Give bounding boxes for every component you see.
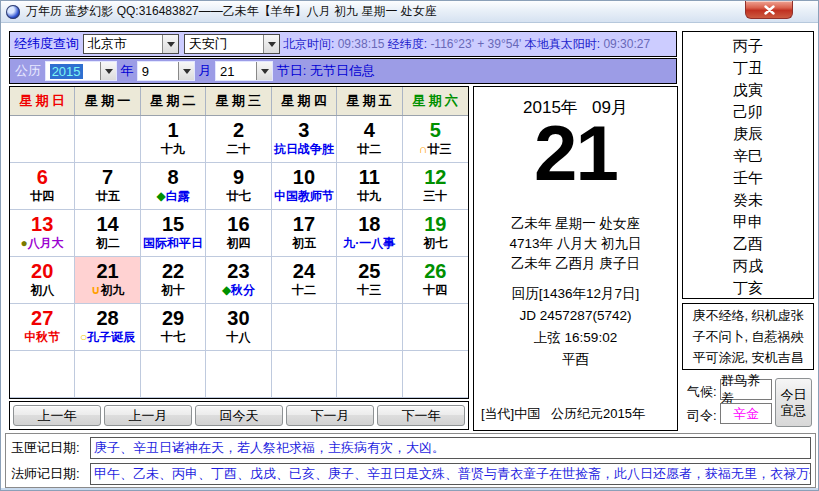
calendar-cell-day-14[interactable]: 14初二 xyxy=(75,210,140,257)
calendar-cell-day-18[interactable]: 18九·一八事 xyxy=(337,210,402,257)
app-icon xyxy=(6,5,20,19)
weekday-header-row: 星期日星期一星期二星期三星期四星期五星期六 xyxy=(10,87,468,116)
detail-hour-line: 平酉 xyxy=(474,349,677,371)
day-lunar-or-festival: 廿七 xyxy=(226,189,250,203)
calendar-cell-day-17[interactable]: 17初五 xyxy=(272,210,337,257)
moon-phase-icon: ∩ xyxy=(419,142,428,156)
calendar-cell-day-22[interactable]: 22初十 xyxy=(141,257,206,304)
day-lunar-or-festival: 中秋节 xyxy=(24,330,60,344)
taboo-poem-panel: 庚不经络, 织机虚张子不问卜, 自惹祸殃平可涂泥, 安机吉昌 xyxy=(682,303,814,370)
day-subtext: 十八 xyxy=(206,329,270,346)
day-lunar-or-festival: 初十 xyxy=(161,283,185,297)
weekday-header: 星期一 xyxy=(75,87,140,115)
detail-era-footer: [当代]中国 公历纪元2015年 xyxy=(481,405,645,423)
day-lunar-or-festival: 白露 xyxy=(166,189,190,203)
calendar-cell-day-6[interactable]: 6廿四 xyxy=(10,163,75,210)
today-yiji-button[interactable]: 今日 宜忌 xyxy=(775,378,812,427)
calendar-cell-day-1[interactable]: 1十九 xyxy=(141,116,206,163)
next-year-button[interactable]: 下一年 xyxy=(377,405,465,426)
calendar-cell-day-13[interactable]: 13●八月大 xyxy=(10,210,75,257)
weekday-header: 星期六 xyxy=(403,87,468,115)
day-lunar-or-festival: 初八 xyxy=(30,283,54,297)
calendar-cell-day-30[interactable]: 30十八 xyxy=(206,304,271,351)
today-button[interactable]: 回今天 xyxy=(195,405,283,426)
calendar-cell-empty xyxy=(403,304,468,351)
day-subtext: 廿二 xyxy=(337,141,401,158)
calendar-cell-day-15[interactable]: 15国际和平日 xyxy=(141,210,206,257)
day-subtext: 十二 xyxy=(272,282,336,299)
chevron-down-icon[interactable] xyxy=(178,62,194,80)
coords-label: 经纬度: xyxy=(384,36,430,53)
year-unit-label: 年 xyxy=(117,62,137,80)
window-title: 万年历 蓝梦幻影 QQ:316483827——乙未年【羊年】八月 初九 星期一 … xyxy=(26,3,437,20)
prev-year-button[interactable]: 上一年 xyxy=(13,405,101,426)
calendar-cell-day-23[interactable]: 23◆秋分 xyxy=(206,257,271,304)
chevron-down-icon[interactable] xyxy=(162,35,178,53)
yuxiaji-text: 庚子、辛丑日诸神在天，若人祭祀求福，主疾病有灾，大凶。 xyxy=(94,440,445,455)
city-select[interactable]: 北京市 xyxy=(83,34,179,54)
calendar-cell-day-19[interactable]: 19初七 xyxy=(403,210,468,257)
day-number: 18 xyxy=(337,213,401,235)
day-number: 2 xyxy=(206,119,270,141)
taboo-poem-line: 子不问卜, 自惹祸殃 xyxy=(683,326,813,347)
fashiji-label: 法师记日期: xyxy=(11,465,80,483)
calendar-cell-day-4[interactable]: 4廿二 xyxy=(337,116,402,163)
day-lunar-or-festival: 十三 xyxy=(357,283,381,297)
calendar-cell-day-7[interactable]: 7廿五 xyxy=(75,163,140,210)
detail-extra-lines: 回历[1436年12月7日] JD 2457287(5742) 上弦 16:59… xyxy=(474,283,677,371)
chevron-down-icon[interactable] xyxy=(100,62,116,80)
calendar-cell-day-21[interactable]: 21∪初九 xyxy=(75,257,140,304)
day-number: 17 xyxy=(272,213,336,235)
calendar-cell-empty xyxy=(75,116,140,163)
day-lunar-or-festival: 廿三 xyxy=(428,142,452,156)
day-subtext: 十四 xyxy=(403,282,468,299)
calendar-cell-day-5[interactable]: 5∩廿三 xyxy=(403,116,468,163)
prev-month-button[interactable]: 上一月 xyxy=(104,405,192,426)
date-select-toolbar: 公历 2015 年 9 月 21 节日: 无节日信息 xyxy=(9,58,677,84)
month-select[interactable]: 9 xyxy=(137,61,195,81)
siling-value-box: 辛金 xyxy=(720,403,772,424)
festival-info: 节日: 无节日信息 xyxy=(273,62,375,80)
calendar-cell-day-29[interactable]: 29十七 xyxy=(141,304,206,351)
chevron-down-icon[interactable] xyxy=(256,62,272,80)
day-lunar-or-festival: 二十 xyxy=(226,142,250,156)
calendar-cell-day-25[interactable]: 25十三 xyxy=(337,257,402,304)
calendar-cell-day-2[interactable]: 2二十 xyxy=(206,116,271,163)
calendar-panel: 星期日星期一星期二星期三星期四星期五星期六 1十九2二十3抗日战争胜4廿二5∩廿… xyxy=(9,86,469,399)
day-lunar-or-festival: 初四 xyxy=(226,236,250,250)
year-select[interactable]: 2015 xyxy=(45,61,117,81)
ganzhi-hour-item: 癸未 xyxy=(683,189,813,211)
moon-phase-icon: ∪ xyxy=(91,283,101,297)
day-lunar-or-festival: 廿九 xyxy=(357,189,381,203)
detail-jd-line: JD 2457287(5742) xyxy=(474,305,677,327)
day-subtext: ∪初九 xyxy=(75,282,139,299)
chevron-down-icon[interactable] xyxy=(263,35,279,53)
ganzhi-hour-item: 甲申 xyxy=(683,211,813,233)
day-subtext: 十九 xyxy=(141,141,205,158)
close-button[interactable] xyxy=(745,1,793,19)
day-subtext: ∩廿三 xyxy=(403,141,468,158)
place-select[interactable]: 天安门 xyxy=(184,34,280,54)
calendar-cell-day-11[interactable]: 11廿九 xyxy=(337,163,402,210)
calendar-cell-day-10[interactable]: 10中国教师节 xyxy=(272,163,337,210)
calendar-cell-day-20[interactable]: 20初八 xyxy=(10,257,75,304)
detail-day-number: 21 xyxy=(474,109,677,197)
day-subtext: 初五 xyxy=(272,235,336,252)
calendar-cell-empty xyxy=(272,351,337,398)
location-time-toolbar: 经纬度查询 北京市 天安门 北京时间: 09:38:15 经纬度: -116°2… xyxy=(9,31,677,57)
next-month-button[interactable]: 下一月 xyxy=(286,405,374,426)
calendar-cell-day-12[interactable]: 12三十 xyxy=(403,163,468,210)
calendar-cell-day-3[interactable]: 3抗日战争胜 xyxy=(272,116,337,163)
day-number: 6 xyxy=(10,166,74,188)
calendar-cell-day-16[interactable]: 16初四 xyxy=(206,210,271,257)
calendar-cell-day-27[interactable]: 27中秋节 xyxy=(10,304,75,351)
day-subtext: ○孔子诞辰 xyxy=(75,329,139,346)
day-select[interactable]: 21 xyxy=(215,61,273,81)
day-number: 14 xyxy=(75,213,139,235)
detail-ganzhi-lines: 乙未年 星期一 处女座 4713年 八月大 初九日 乙未年 乙酉月 庚子日 xyxy=(474,214,677,274)
calendar-cell-day-28[interactable]: 28○孔子诞辰 xyxy=(75,304,140,351)
calendar-cell-day-24[interactable]: 24十二 xyxy=(272,257,337,304)
calendar-cell-day-9[interactable]: 9廿七 xyxy=(206,163,271,210)
calendar-cell-day-26[interactable]: 26十四 xyxy=(403,257,468,304)
calendar-cell-day-8[interactable]: 8◆白露 xyxy=(141,163,206,210)
